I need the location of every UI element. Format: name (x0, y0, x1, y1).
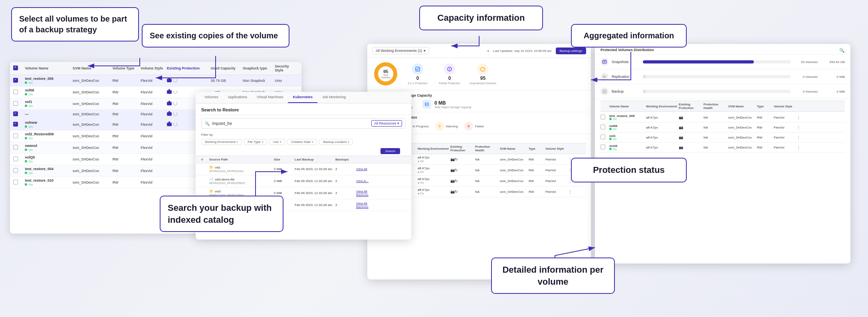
select-all-checkbox[interactable] (13, 65, 18, 70)
pvd-more-icon[interactable]: ⋮ (797, 135, 805, 140)
result-row[interactable]: 📁val1 eff-R6z2/svm_eff-R6z2/vol1 0 MiB F… (196, 163, 411, 175)
pvd-vol-row[interactable]: test_restore_005 On aff-K7pv 📷 NA svm_SH… (600, 113, 845, 123)
result-action[interactable]: View All Backups (356, 190, 380, 197)
filter-file-type[interactable]: File Type (244, 139, 267, 145)
result-action[interactable]: View A... (356, 179, 380, 183)
tab-volumes[interactable]: Volumes (200, 92, 223, 103)
row-checkbox[interactable] (13, 78, 18, 83)
vol-name: test_restore_004 (25, 167, 71, 171)
main-scene: Select all volumes to be part of a backu… (0, 0, 868, 317)
tab-job-monitoring[interactable]: Job Monitoring (317, 92, 351, 103)
vol-svm: svm_SHDevCvo (73, 157, 112, 161)
row-checkbox[interactable] (13, 145, 18, 150)
filter-use[interactable]: Use (270, 139, 285, 145)
pvd-vol-svm: svm_SHDevCvo (728, 146, 756, 149)
row-checkbox[interactable] (13, 101, 18, 106)
prot-warning-label: Warning (446, 125, 458, 128)
pvd-row-checkbox[interactable] (600, 125, 605, 129)
refresh-icon (173, 90, 177, 94)
vol-row-phealth: NA (475, 190, 499, 194)
row-checkbox[interactable] (13, 111, 18, 116)
321-protection-count: 0 (416, 75, 419, 81)
partial-protection-label: Partial Protection (439, 82, 460, 85)
tab-kubernetes[interactable]: Kubernetes (288, 92, 317, 103)
all-resources-filter[interactable]: All Resources ▾ (371, 120, 402, 127)
env-selector-label: All Working Environments (1) (376, 49, 422, 53)
pvd-vol-row[interactable]: vol1 On aff-K7pv 📷 NA svm_SHDevCvo RW Fl… (600, 133, 845, 143)
vol-svm: svm_SHDevCvo (73, 102, 112, 106)
vol-style: FlexVol (141, 180, 166, 184)
pvd-more-icon[interactable]: ⋮ (797, 125, 805, 130)
folder-icon: 📁 (209, 189, 214, 193)
more-icon[interactable]: ⋮ (568, 190, 576, 194)
vol-status: On (25, 136, 71, 140)
filter-creation-date[interactable]: Creation Date (287, 139, 317, 145)
row-checkbox[interactable] (13, 122, 18, 127)
col-header-security-style: Security Style (275, 64, 298, 72)
callout-search-backup: Search your backup with indexed catalog (160, 196, 283, 232)
pvd-panel: Protected Volumes Distribution 🔍 Snapsho… (595, 44, 850, 264)
vol-type: RW (113, 146, 140, 150)
vol-type: RW (113, 79, 140, 83)
row-checkbox[interactable] (13, 180, 18, 184)
vol-style: FlexVol (141, 123, 166, 127)
pvd-vol-row[interactable]: svol2 On aff-K7pv 📷 NA svm_SHDevCvo RW F… (600, 143, 845, 153)
vol-type: RW (113, 134, 140, 138)
col-existing-prot: Existing Protection (679, 103, 703, 110)
pvd-row-checkbox[interactable] (600, 135, 605, 139)
tab-applications[interactable]: Applications (223, 92, 252, 103)
vol-svm: svm_SHDevCvo (73, 180, 112, 184)
vol-row-eprot: 📷↻ (450, 179, 474, 183)
snapshots-bar (643, 60, 791, 63)
row-checkbox[interactable] (13, 133, 18, 138)
vol-row-env: aff-K7pv● On (418, 177, 450, 184)
row-checkbox[interactable] (13, 168, 18, 173)
pvd-vol-style: FlexVol (774, 136, 796, 139)
vol-type: RW (113, 180, 140, 184)
vol-type: RW (113, 112, 140, 116)
total-volumes-donut: 95 Total Volumes (374, 62, 398, 86)
result-action[interactable]: View All (356, 167, 380, 171)
col-vol-name: Volume Name (609, 105, 645, 108)
env-selector[interactable]: All Working Environments (1) ▾ (372, 47, 429, 54)
result-row[interactable]: 📄val3.demo-file eff-R6z2/svm_eff-R6z2/R6… (196, 175, 411, 187)
vol-type: RW (113, 90, 140, 94)
table-row[interactable]: test_restore_005 On svm_SHDevCvo RW Flex… (10, 75, 301, 87)
callout-detailed-info: Detailed information per volume (491, 258, 615, 294)
pvd-row-checkbox[interactable] (600, 115, 605, 119)
unprotected-label: Unprotected Volumes (470, 82, 496, 85)
pvd-more-icon[interactable]: ⋮ (797, 145, 805, 150)
search-restore-title: Search to Restore (196, 103, 411, 115)
vol-name: vol2_Restored09 (25, 132, 71, 136)
vol-row-svm: svm_SHDevCvo (500, 179, 528, 183)
pvd-row-checkbox[interactable] (600, 145, 605, 149)
filter-backup-location[interactable]: Backup Location (319, 139, 353, 145)
partial-protection-count: 0 (448, 75, 451, 81)
backup-label: Backup (612, 89, 640, 93)
chevron-down-icon: ▾ (424, 49, 426, 53)
vol-row-svm: svm_SHDevCvo (500, 158, 528, 161)
pvd-search-icon[interactable]: 🔍 (839, 48, 845, 53)
pvd-vol-style: FlexVol (774, 146, 796, 149)
search-bar[interactable]: 🔍 /mpoint_fre All Resources ▾ (201, 118, 406, 129)
result-action[interactable]: View All Backups (356, 202, 380, 209)
pvd-vol-eprot: 📷 (679, 125, 703, 129)
filter-working-env[interactable]: Working Environment (201, 139, 242, 145)
search-button[interactable]: Search (380, 148, 400, 154)
backup-settings-button[interactable]: Backup settings (556, 48, 586, 54)
prot-failed-label: Failed (475, 125, 484, 128)
pvd-more-icon[interactable]: ⋮ (797, 115, 805, 120)
col-vol-style: Volume Style (545, 147, 567, 151)
row-checkbox[interactable] (13, 157, 18, 161)
result-path: 📁val1 eff-R6z2/svm_eff-R6z2/vol1 (209, 165, 273, 173)
row-checkbox[interactable] (13, 89, 18, 94)
dash-header-right: ● Last Updated: July 10 2023, 10:09:09 a… (487, 48, 586, 54)
pvd-vol-row[interactable]: vol06 On aff-K7pv 📷 NA svm_SHDevCvo RW F… (600, 123, 845, 133)
pvd-vol-style: FlexVol (774, 126, 796, 129)
stats-row: 95 Total Volumes 0 3-2-1 Protection 0 Pa… (367, 58, 591, 90)
pvd-vol-type: RW (757, 136, 773, 139)
tab-virtual-machines[interactable]: Virtual Machines (252, 92, 288, 103)
camera-icon (167, 112, 172, 116)
partial-protection-icon (444, 63, 455, 75)
vol-svm: svm_SHDevCvo (73, 169, 112, 173)
